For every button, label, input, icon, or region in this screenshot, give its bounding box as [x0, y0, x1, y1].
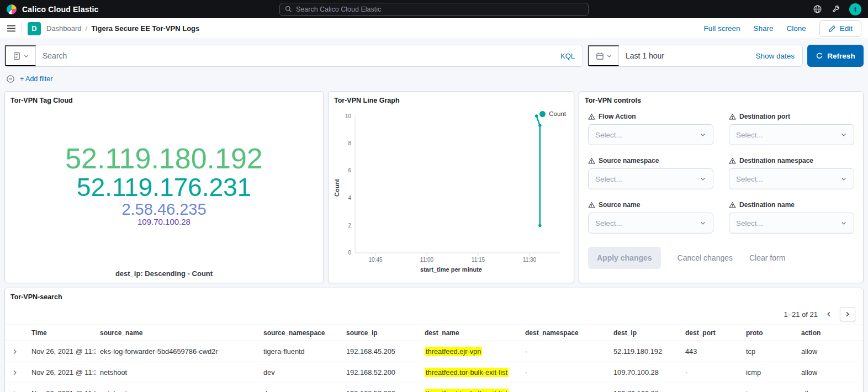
global-search-input[interactable] — [296, 6, 583, 13]
flow-action-select[interactable]: Select... — [588, 124, 713, 145]
kql-language-button[interactable]: KQL — [560, 52, 583, 60]
search-input[interactable] — [36, 51, 560, 60]
y-axis-title: Count — [334, 179, 340, 197]
cloud-icon[interactable] — [813, 4, 822, 14]
source-name-select[interactable]: Select... — [588, 213, 713, 234]
column-header-source-name[interactable]: source_name — [96, 325, 259, 341]
saved-query-menu-button[interactable] — [5, 45, 36, 66]
svg-text:4: 4 — [348, 195, 351, 201]
user-avatar[interactable]: t — [849, 3, 861, 15]
apply-changes-button[interactable]: Apply changes — [588, 247, 661, 269]
source-namespace-select[interactable]: Select... — [588, 168, 713, 189]
chevron-down-icon — [840, 176, 847, 182]
destination-name-label: Destination name — [739, 201, 795, 209]
dashboard-app-badge[interactable]: D — [28, 22, 41, 35]
column-header-proto[interactable]: proto — [742, 325, 797, 341]
divider — [22, 22, 22, 35]
cell-dest-ip: 109.70.100.28 — [609, 383, 681, 392]
cell-dest-name: threatfeed.ejr-vpn — [420, 341, 521, 362]
destination-port-field: Destination port Select... — [729, 113, 854, 145]
destination-name-select[interactable]: Select... — [729, 213, 854, 234]
svg-text:6: 6 — [348, 167, 351, 173]
tag-cloud-caption: dest_ip: Descending - Count — [5, 269, 323, 278]
expand-row-icon[interactable] — [12, 369, 18, 376]
select-placeholder: Select... — [595, 175, 622, 183]
cell-dest-namespace: - — [521, 362, 609, 383]
chevron-down-icon — [700, 176, 706, 182]
refresh-button[interactable]: Refresh — [807, 45, 864, 67]
clear-form-button[interactable]: Clear form — [749, 253, 785, 262]
search-panel-title: Tor-VPN-search — [5, 288, 863, 306]
share-button[interactable]: Share — [753, 24, 773, 33]
edit-button[interactable]: Edit — [819, 20, 861, 37]
add-filter-button[interactable]: + Add filter — [20, 75, 52, 83]
source-name-field: Source name Select... — [588, 201, 713, 234]
chevron-down-icon — [606, 53, 612, 59]
cell-dest-ip: 52.119.180.192 — [609, 341, 681, 362]
select-placeholder: Select... — [736, 131, 763, 139]
cell-source-namespace: dev — [259, 383, 342, 392]
column-header-dest-port[interactable]: dest_port — [681, 325, 742, 341]
devtools-icon[interactable] — [831, 4, 840, 14]
tag-cloud-panel: Tor-VPN Tag Cloud 52.119.180.192 52.119.… — [4, 91, 324, 283]
destination-namespace-field: Destination namespace Select... — [729, 157, 854, 189]
expand-row-icon[interactable] — [12, 390, 18, 392]
legend-count-dot — [539, 111, 546, 117]
svg-text:11:30: 11:30 — [523, 257, 537, 263]
expand-row-icon[interactable] — [12, 348, 18, 355]
next-page-button[interactable] — [840, 307, 855, 321]
svg-text:10:45: 10:45 — [368, 257, 382, 263]
cell-dest-namespace: - — [521, 341, 609, 362]
tag-cloud: 52.119.180.192 52.119.176.231 2.58.46.23… — [5, 114, 323, 256]
destination-port-select[interactable]: Select... — [729, 124, 854, 145]
column-header-source-namespace[interactable]: source_namespace — [259, 325, 342, 341]
filter-options-icon[interactable] — [6, 75, 15, 83]
global-search[interactable] — [279, 3, 589, 16]
destination-namespace-select[interactable]: Select... — [729, 168, 854, 189]
column-header-dest-namespace[interactable]: dest_namespace — [521, 325, 609, 341]
svg-text:2: 2 — [348, 223, 351, 229]
dashboard-main: KQL Last 1 hour Show dates Refresh — [0, 39, 868, 392]
menu-hamburger-icon[interactable] — [7, 24, 16, 33]
column-header-dest-ip[interactable]: dest_ip — [609, 325, 681, 341]
column-header-time[interactable]: Time — [27, 325, 96, 341]
search-table-panel: Tor-VPN-search 1–21 of 21 Time source_na… — [4, 288, 864, 392]
column-header-dest-name[interactable]: dest_name — [420, 325, 521, 341]
table-row: Nov 26, 2021 @ 11:34:54.000 netshoot dev… — [5, 383, 864, 392]
cancel-changes-button[interactable]: Cancel changes — [678, 253, 733, 262]
breadcrumb-dashboard-link[interactable]: Dashboard — [46, 24, 82, 33]
tag-cloud-item[interactable]: 52.119.176.231 — [77, 174, 251, 201]
kql-query-bar: KQL — [4, 45, 583, 67]
select-placeholder: Select... — [595, 219, 622, 227]
svg-text:11:00: 11:00 — [420, 257, 434, 263]
show-dates-button[interactable]: Show dates — [755, 52, 802, 60]
time-range-button[interactable]: Last 1 hour — [619, 51, 755, 60]
column-header-source-ip[interactable]: source_ip — [342, 325, 420, 341]
cell-source-name: netshoot — [96, 383, 259, 392]
chart-legend[interactable]: Count — [539, 110, 566, 117]
previous-page-button[interactable] — [821, 307, 837, 321]
cell-dest-name: threatfeed.tor-bulk-exit-list — [420, 383, 521, 392]
cell-action: allow — [797, 362, 864, 383]
x-axis-title: start_time per minute — [329, 266, 574, 273]
svg-text:10: 10 — [345, 113, 352, 119]
clone-button[interactable]: Clone — [786, 24, 806, 33]
cell-proto: icmp — [742, 362, 797, 383]
select-placeholder: Select... — [736, 219, 763, 227]
full-screen-button[interactable]: Full screen — [703, 24, 740, 33]
tag-cloud-item[interactable]: 2.58.46.235 — [121, 201, 206, 218]
cell-time: Nov 26, 2021 @ 11:34:54.000 — [27, 383, 96, 392]
destination-name-field: Destination name Select... — [729, 201, 854, 234]
svg-text:8: 8 — [348, 140, 351, 146]
tag-cloud-item[interactable]: 109.70.100.28 — [137, 218, 190, 226]
cell-time: Nov 26, 2021 @ 11:35:04.000 — [27, 341, 96, 362]
warning-icon — [588, 202, 595, 209]
tag-cloud-item[interactable]: 52.119.180.192 — [65, 144, 263, 174]
destination-namespace-label: Destination namespace — [739, 157, 813, 165]
date-quick-select-button[interactable] — [588, 45, 619, 66]
column-header-action[interactable]: action — [797, 325, 864, 341]
saved-query-icon — [13, 52, 21, 60]
select-placeholder: Select... — [595, 131, 622, 139]
elastic-logo-icon[interactable] — [7, 4, 17, 14]
line-chart: Count 0 2 4 6 8 10 10:45 11:00 11:15 11:… — [333, 110, 567, 266]
